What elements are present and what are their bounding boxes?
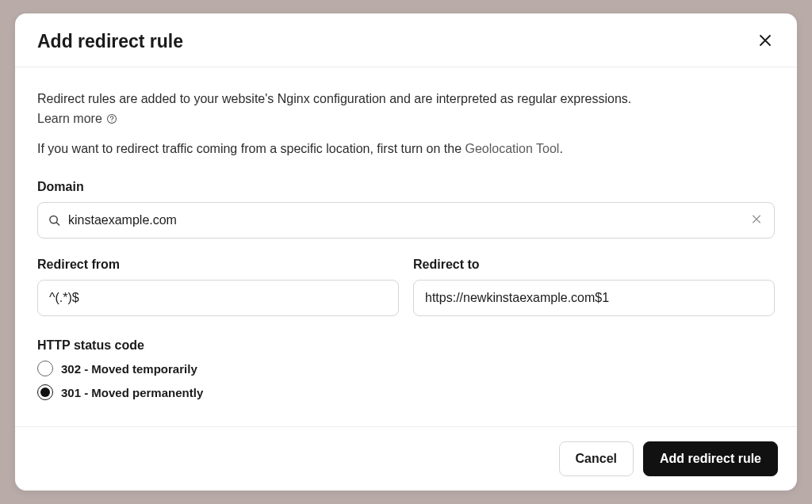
http-status-code-group: HTTP status code 302 - Moved temporarily…	[37, 338, 775, 400]
help-icon[interactable]	[106, 113, 117, 124]
redirect-from-field-group: Redirect from	[37, 258, 399, 316]
radio-icon	[37, 384, 53, 400]
redirect-from-input[interactable]	[37, 280, 399, 316]
svg-point-1	[111, 120, 112, 121]
modal-header: Add redirect rule	[15, 13, 797, 67]
domain-clear-button[interactable]	[748, 211, 765, 231]
domain-label: Domain	[37, 180, 775, 194]
clear-icon	[751, 214, 762, 227]
radio-icon	[37, 361, 53, 376]
geo-prefix: If you want to redirect traffic coming f…	[37, 142, 465, 155]
geolocation-tool-link[interactable]: Geolocation Tool	[465, 142, 560, 155]
domain-input[interactable]	[37, 202, 775, 239]
modal-body: Redirect rules are added to your website…	[15, 67, 797, 426]
domain-field-group: Domain	[37, 180, 775, 239]
redirect-from-label: Redirect from	[37, 258, 399, 272]
radio-label: 301 - Moved permanently	[61, 386, 203, 399]
geo-suffix: .	[559, 142, 562, 155]
add-redirect-rule-modal: Add redirect rule Redirect rules are add…	[15, 13, 797, 491]
close-button[interactable]	[756, 31, 775, 52]
description-text: Redirect rules are added to your website…	[37, 90, 775, 109]
learn-more-link[interactable]: Learn more	[37, 112, 102, 126]
radio-301[interactable]: 301 - Moved permanently	[37, 384, 775, 400]
modal-title: Add redirect rule	[37, 31, 183, 52]
geolocation-text: If you want to redirect traffic coming f…	[37, 142, 775, 156]
radio-302[interactable]: 302 - Moved temporarily	[37, 361, 775, 376]
cancel-button[interactable]: Cancel	[559, 441, 634, 476]
radio-label: 302 - Moved temporarily	[61, 362, 197, 376]
redirect-to-field-group: Redirect to	[413, 258, 775, 316]
http-status-code-label: HTTP status code	[37, 338, 775, 353]
add-redirect-rule-button[interactable]: Add redirect rule	[643, 441, 778, 476]
modal-footer: Cancel Add redirect rule	[15, 426, 797, 491]
redirect-to-input[interactable]	[413, 280, 775, 316]
redirect-to-label: Redirect to	[413, 258, 775, 272]
radio-dot-icon	[40, 388, 50, 397]
learn-more-row: Learn more	[37, 112, 775, 126]
close-icon	[759, 34, 772, 49]
domain-input-wrap	[37, 202, 775, 239]
redirect-fields-row: Redirect from Redirect to	[37, 258, 775, 316]
